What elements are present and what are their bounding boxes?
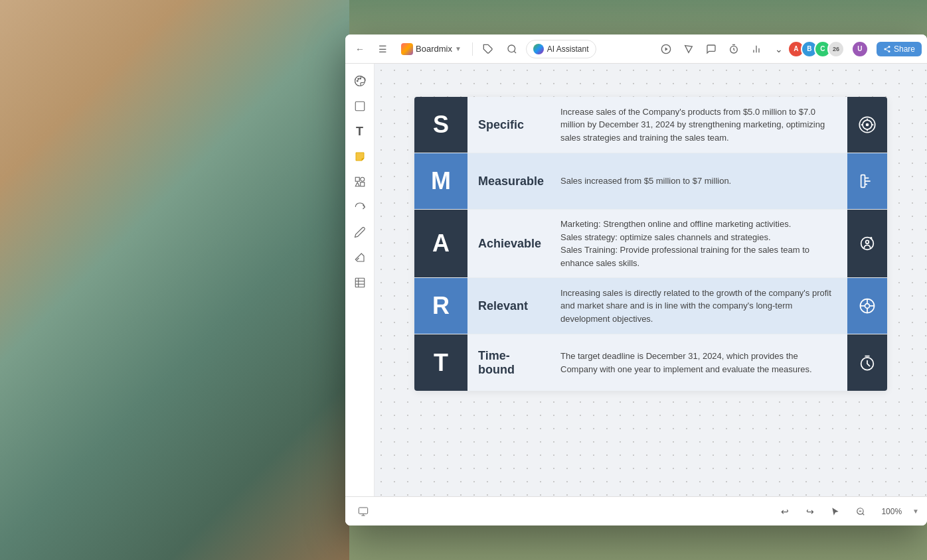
bottom-toolbar: ↩ ↪ 100% ▼ [345, 496, 927, 525]
redo-button[interactable]: ↪ [800, 502, 820, 522]
divider [472, 42, 473, 56]
svg-point-34 [866, 240, 869, 244]
smart-table: S Specific Increase sales of the Company… [414, 97, 887, 391]
present-button[interactable] [353, 502, 373, 522]
more-button[interactable]: ⌄ [769, 39, 789, 59]
play-button[interactable] [656, 39, 676, 59]
zoom-dropdown-icon: ▼ [912, 508, 919, 515]
smart-row-t: T Time-bound The target deadline is Dece… [414, 334, 887, 391]
zoom-out-button[interactable] [851, 502, 871, 522]
search-button[interactable] [502, 39, 522, 59]
ai-label: AI Assistant [547, 44, 589, 54]
timer-button[interactable] [724, 39, 744, 59]
pen-tool-icon[interactable] [348, 220, 372, 244]
svg-point-15 [357, 80, 358, 82]
share-label: Share [894, 44, 915, 54]
desc-relevant: Increasing sales is directly related to … [547, 278, 847, 334]
letter-a: A [414, 210, 467, 277]
svg-point-36 [865, 304, 870, 309]
svg-rect-22 [355, 278, 365, 287]
smart-row-r: R Relevant Increasing sales is directly … [414, 278, 887, 334]
undo-button[interactable]: ↩ [775, 502, 795, 522]
letter-r: R [414, 278, 467, 334]
sticky-note-tool-icon[interactable] [348, 145, 372, 169]
menu-button[interactable]: ☰ [373, 40, 392, 58]
left-sidebar: T [345, 64, 375, 525]
brand-area[interactable]: Boardmix ▼ [396, 40, 467, 58]
svg-point-1 [508, 45, 515, 52]
chat-button[interactable] [701, 39, 721, 59]
svg-rect-21 [360, 182, 364, 186]
label-achievable: Achievable [467, 210, 547, 277]
desc-specific: Increase sales of the Company's products… [547, 97, 847, 153]
back-button[interactable]: ← [351, 40, 369, 58]
svg-rect-29 [861, 175, 865, 188]
zoom-level[interactable]: 100% [876, 504, 907, 519]
icon-measurable [847, 153, 887, 209]
svg-point-17 [359, 78, 361, 79]
ai-assistant-button[interactable]: AI Assistant [526, 40, 596, 58]
svg-point-16 [357, 78, 359, 80]
title-bar: ← ☰ Boardmix ▼ AI Assistant [345, 35, 927, 64]
smart-row-m: M Measurable Sales increased from $5 mil… [414, 153, 887, 210]
svg-rect-18 [355, 102, 365, 111]
desc-timebound: The target deadline is December 31, 2024… [547, 334, 847, 391]
smart-row-s: S Specific Increase sales of the Company… [414, 97, 887, 153]
confetti-button[interactable] [679, 39, 699, 59]
svg-line-13 [886, 47, 888, 48]
desc-achievable: Marketing: Strengthen online and offline… [547, 210, 847, 277]
chart-button[interactable] [746, 39, 766, 59]
svg-point-9 [888, 46, 890, 48]
brand-icon [401, 43, 413, 55]
smart-row-a: A Achievable Marketing: Strengthen onlin… [414, 210, 887, 278]
title-bar-right: ⌄ A B C 26 U Share [656, 39, 922, 59]
desc-measurable: Sales increased from $5 million to $7 mi… [547, 153, 847, 209]
table-icon[interactable] [348, 271, 372, 295]
background-left [0, 0, 352, 560]
share-button[interactable]: Share [877, 42, 922, 56]
pointer-button[interactable] [825, 502, 845, 522]
label-relevant: Relevant [467, 278, 547, 334]
icon-specific [847, 97, 887, 153]
svg-line-12 [886, 49, 888, 50]
icon-relevant [847, 278, 887, 334]
shape-tool-icon[interactable] [348, 170, 372, 194]
label-specific: Specific [467, 97, 547, 153]
svg-point-10 [884, 48, 886, 50]
avatars-group: A B C 26 [792, 40, 845, 58]
icon-timebound [847, 334, 887, 391]
app-window: ← ☰ Boardmix ▼ AI Assistant [345, 35, 927, 525]
current-user-avatar[interactable]: U [851, 40, 869, 58]
label-measurable: Measurable [467, 153, 547, 209]
palette-icon[interactable] [348, 69, 372, 93]
svg-rect-43 [359, 508, 367, 514]
brand-label: Boardmix [416, 44, 452, 54]
frame-tool-icon[interactable] [348, 94, 372, 118]
svg-line-47 [863, 513, 865, 515]
icon-achievable [847, 210, 887, 277]
svg-marker-4 [665, 47, 668, 50]
svg-line-2 [514, 51, 516, 53]
text-tool-icon[interactable]: T [348, 119, 372, 143]
chevron-down-icon: ▼ [455, 45, 462, 52]
svg-rect-19 [355, 177, 359, 181]
eraser-icon[interactable] [348, 245, 372, 269]
letter-s: S [414, 97, 467, 153]
ai-icon [533, 44, 544, 54]
avatar-count: 26 [827, 40, 845, 58]
connector-tool-icon[interactable] [348, 195, 372, 219]
letter-m: M [414, 153, 467, 209]
tag-button[interactable] [478, 39, 498, 59]
letter-t: T [414, 334, 467, 391]
canvas-area[interactable]: S Specific Increase sales of the Company… [375, 64, 927, 496]
svg-point-11 [888, 50, 890, 52]
svg-point-20 [360, 177, 364, 181]
label-timebound: Time-bound [467, 334, 547, 391]
svg-point-28 [866, 123, 869, 127]
